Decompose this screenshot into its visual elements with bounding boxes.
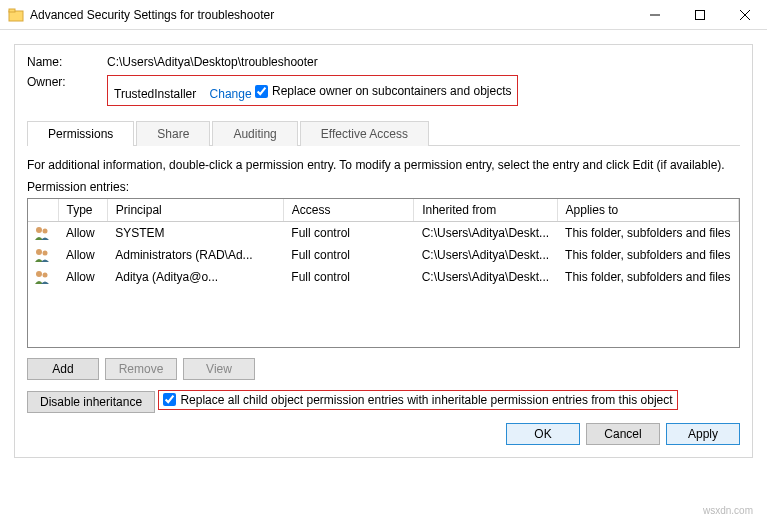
replace-owner-label: Replace owner on subcontainers and objec…: [272, 84, 511, 98]
owner-box: TrustedInstaller Change Replace owner on…: [107, 75, 518, 106]
minimize-button[interactable]: [632, 0, 677, 29]
svg-point-11: [43, 272, 48, 277]
cell-type: Allow: [58, 221, 107, 244]
replace-children-label: Replace all child object permission entr…: [180, 393, 672, 407]
cell-access: Full control: [283, 266, 413, 288]
name-value: C:\Users\Aditya\Desktop\troubleshooter: [107, 55, 318, 69]
cell-type: Allow: [58, 244, 107, 266]
titlebar: Advanced Security Settings for troublesh…: [0, 0, 767, 30]
replace-owner-checkbox[interactable]: [255, 85, 268, 98]
cell-applies: This folder, subfolders and files: [557, 244, 738, 266]
cell-principal: Administrators (RAD\Ad...: [107, 244, 283, 266]
watermark: wsxdn.com: [703, 505, 753, 516]
cell-access: Full control: [283, 244, 413, 266]
col-icon[interactable]: [28, 199, 58, 222]
permission-table[interactable]: Type Principal Access Inherited from App…: [27, 198, 740, 348]
cell-principal: Aditya (Aditya@o...: [107, 266, 283, 288]
cell-inherited: C:\Users\Aditya\Deskt...: [414, 266, 557, 288]
folder-security-icon: [8, 7, 24, 23]
col-principal[interactable]: Principal: [107, 199, 283, 222]
svg-rect-1: [9, 9, 15, 12]
maximize-button[interactable]: [677, 0, 722, 29]
cell-type: Allow: [58, 266, 107, 288]
replace-children-checkbox[interactable]: [163, 393, 176, 406]
col-access[interactable]: Access: [283, 199, 413, 222]
tab-effective-access[interactable]: Effective Access: [300, 121, 429, 146]
owner-label: Owner:: [27, 75, 107, 89]
replace-children-row: Replace all child object permission entr…: [158, 390, 677, 410]
principal-icon: [34, 225, 50, 241]
table-row[interactable]: AllowSYSTEMFull controlC:\Users\Aditya\D…: [28, 221, 739, 244]
cell-inherited: C:\Users\Aditya\Deskt...: [414, 244, 557, 266]
add-button[interactable]: Add: [27, 358, 99, 380]
info-text: For additional information, double-click…: [27, 158, 740, 172]
table-row[interactable]: AllowAditya (Aditya@o...Full controlC:\U…: [28, 266, 739, 288]
svg-rect-3: [695, 10, 704, 19]
close-button[interactable]: [722, 0, 767, 29]
ok-button[interactable]: OK: [506, 423, 580, 445]
tab-auditing[interactable]: Auditing: [212, 121, 297, 146]
svg-point-8: [36, 249, 42, 255]
window-controls: [632, 0, 767, 29]
tab-permissions[interactable]: Permissions: [27, 121, 134, 146]
entries-label: Permission entries:: [27, 180, 740, 194]
svg-point-10: [36, 271, 42, 277]
tab-strip: Permissions Share Auditing Effective Acc…: [27, 120, 740, 146]
principal-icon: [34, 269, 50, 285]
col-inherited[interactable]: Inherited from: [414, 199, 557, 222]
cell-applies: This folder, subfolders and files: [557, 221, 738, 244]
cell-access: Full control: [283, 221, 413, 244]
cancel-button[interactable]: Cancel: [586, 423, 660, 445]
cell-principal: SYSTEM: [107, 221, 283, 244]
apply-button[interactable]: Apply: [666, 423, 740, 445]
change-owner-link[interactable]: Change: [210, 87, 252, 101]
remove-button: Remove: [105, 358, 177, 380]
svg-point-7: [43, 228, 48, 233]
table-row[interactable]: AllowAdministrators (RAD\Ad...Full contr…: [28, 244, 739, 266]
svg-point-9: [43, 250, 48, 255]
owner-value: TrustedInstaller: [114, 87, 196, 101]
svg-point-6: [36, 227, 42, 233]
col-applies[interactable]: Applies to: [557, 199, 738, 222]
principal-icon: [34, 247, 50, 263]
cell-applies: This folder, subfolders and files: [557, 266, 738, 288]
tab-share[interactable]: Share: [136, 121, 210, 146]
col-type[interactable]: Type: [58, 199, 107, 222]
cell-inherited: C:\Users\Aditya\Deskt...: [414, 221, 557, 244]
disable-inheritance-button[interactable]: Disable inheritance: [27, 391, 155, 413]
main-panel: Name: C:\Users\Aditya\Desktop\troublesho…: [14, 44, 753, 458]
view-button: View: [183, 358, 255, 380]
window-title: Advanced Security Settings for troublesh…: [30, 8, 632, 22]
name-label: Name:: [27, 55, 107, 69]
